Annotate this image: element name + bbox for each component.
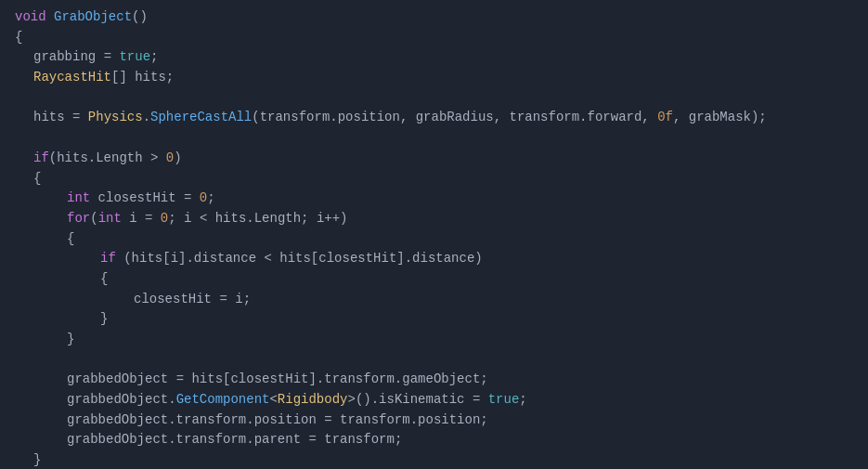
code-token: { [15, 28, 22, 48]
code-line: { [0, 169, 868, 189]
code-token: () [132, 7, 148, 28]
code-line: } [0, 450, 868, 469]
code-line: grabbedObject = hits[closestHit].transfo… [0, 370, 868, 390]
code-line: RaycastHit[] hits; [0, 68, 868, 88]
code-token: < [269, 390, 277, 410]
code-line: { [0, 28, 868, 48]
code-token: = [104, 47, 120, 68]
code-token: true [119, 47, 150, 68]
code-token: . [143, 108, 150, 128]
code-token: void [15, 7, 54, 28]
code-token: } [33, 450, 41, 469]
code-line [0, 350, 868, 371]
code-token: = [145, 209, 161, 229]
code-line: void GrabObject() [0, 7, 868, 28]
code-line: { [0, 229, 868, 250]
code-token: closestHit [98, 189, 184, 209]
code-token: grabbedObject.transform.position [67, 410, 324, 431]
code-line: grabbedObject.transform.position = trans… [0, 410, 868, 431]
code-token: { [33, 169, 41, 189]
code-token: = [324, 410, 340, 431]
code-token: RaycastHit [33, 68, 111, 88]
code-token: >().isKinematic [347, 390, 472, 410]
code-token: [] hits; [111, 68, 174, 88]
code-token: , grabMask); [673, 108, 767, 128]
code-line: closestHit = i; [0, 290, 868, 310]
code-token: = [308, 430, 324, 450]
code-token: (transform.position, grabRadius, transfo… [252, 108, 657, 128]
code-token: GrabObject [54, 7, 132, 28]
code-token: ; [519, 390, 526, 410]
code-line [0, 128, 868, 149]
code-token: Physics [88, 108, 143, 128]
code-editor: void GrabObject(){grabbing = true;Raycas… [0, 0, 868, 469]
code-token: = [184, 189, 200, 209]
code-token: grabbedObject. [67, 390, 176, 410]
code-line: if(hits.Length > 0) [0, 149, 868, 169]
code-token: 0 [161, 209, 168, 229]
code-token: = [219, 290, 235, 310]
code-token: < [200, 209, 215, 229]
code-token: ( [90, 209, 97, 229]
code-token: ; [207, 189, 214, 209]
code-token: ; [150, 47, 158, 68]
code-token: int [67, 189, 98, 209]
code-line: grabbing = true; [0, 47, 868, 68]
code-line: if (hits[i].distance < hits[closestHit].… [0, 249, 868, 269]
code-token: } [67, 330, 74, 350]
code-token: ; i [168, 209, 200, 229]
code-token: grabbedObject [67, 370, 176, 390]
code-token: SphereCastAll [150, 108, 252, 128]
code-token: GetComponent [176, 390, 270, 410]
code-token: Rigidbody [278, 390, 348, 410]
code-token: true [488, 390, 520, 410]
code-line: hits = Physics.SphereCastAll(transform.p… [0, 108, 868, 128]
code-token: i [129, 209, 145, 229]
code-token: 0f [657, 108, 673, 128]
code-token: hits[closestHit].distance) [279, 249, 482, 269]
code-token: ) [174, 149, 181, 169]
code-line: grabbedObject.GetComponent<Rigidbody>().… [0, 390, 868, 410]
code-token: grabbedObject.transform.parent [67, 430, 308, 450]
code-token: 0 [166, 149, 174, 169]
code-line: for(int i = 0; i < hits.Length; i++) [0, 209, 868, 229]
code-token: for [67, 209, 90, 229]
code-token: if [100, 249, 123, 269]
code-line [0, 88, 868, 109]
code-token: = [473, 390, 488, 410]
code-line: } [0, 330, 868, 350]
code-token: < [264, 249, 279, 269]
code-token: (hits.Length [49, 149, 150, 169]
code-token: hits[closestHit].transform.gameObject; [191, 370, 487, 390]
code-token: i; [235, 290, 251, 310]
code-line: } [0, 309, 868, 330]
code-token: } [100, 309, 108, 330]
code-line: int closestHit = 0; [0, 189, 868, 209]
code-line: { [0, 269, 868, 290]
code-token: if [33, 149, 49, 169]
code-token: hits.Length; i++) [215, 209, 348, 229]
code-token: = [176, 370, 192, 390]
code-token: int [98, 209, 130, 229]
code-token: > [150, 149, 166, 169]
code-token: transform.position; [340, 410, 488, 431]
code-token: grabbing [33, 47, 104, 68]
code-line: grabbedObject.transform.parent = transfo… [0, 430, 868, 450]
code-token: = [72, 108, 88, 128]
code-token: transform; [324, 430, 402, 450]
code-token: closestHit [134, 290, 219, 310]
code-token: { [100, 269, 108, 290]
code-token: 0 [200, 189, 207, 209]
code-token: (hits[i].distance [123, 249, 264, 269]
code-token: hits [33, 108, 72, 128]
code-token: { [67, 229, 74, 250]
